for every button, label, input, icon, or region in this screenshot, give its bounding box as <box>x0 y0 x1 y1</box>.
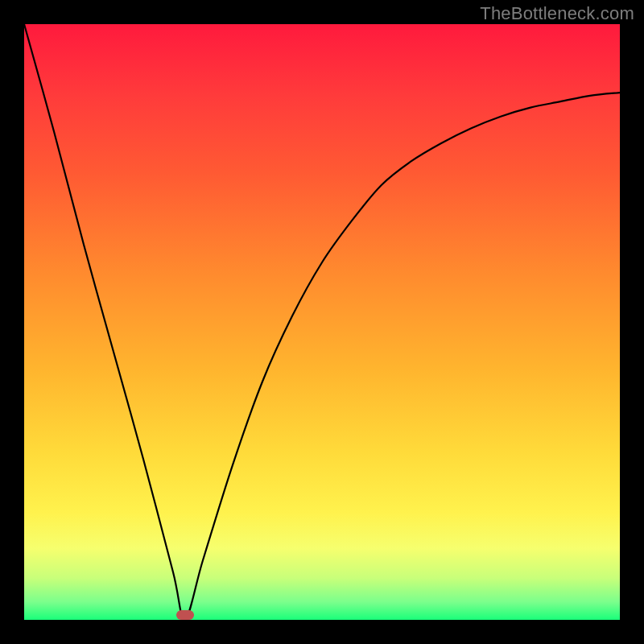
minimum-marker <box>176 610 194 620</box>
watermark-text: TheBottleneck.com <box>480 3 634 24</box>
curve-path <box>24 24 620 620</box>
chart-frame: TheBottleneck.com <box>0 0 644 644</box>
plot-area <box>24 24 620 620</box>
curve-svg <box>24 24 620 620</box>
